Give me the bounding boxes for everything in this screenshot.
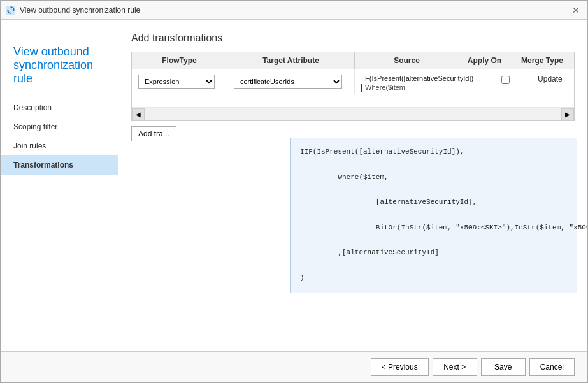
scroll-left-btn[interactable]: ◀	[132, 108, 145, 121]
th-flowtype: FlowType	[132, 52, 227, 69]
previous-button[interactable]: < Previous	[371, 358, 429, 376]
table-row: Expression Direct Constant certificateUs…	[132, 69, 574, 108]
main-window: View outbound synchronization rule ✕ Vie…	[0, 0, 588, 383]
source-line1: IIF(IsPresent([alternativeSecurityId])	[361, 75, 473, 82]
table-header: FlowType Target Attribute Source Apply O…	[132, 52, 574, 69]
td-target-attribute: certificateUserIds	[227, 69, 355, 94]
target-attribute-select[interactable]: certificateUserIds	[234, 75, 342, 89]
th-source: Source	[355, 52, 459, 69]
td-flowtype: Expression Direct Constant	[132, 69, 227, 94]
flow-type-select[interactable]: Expression Direct Constant	[138, 75, 215, 89]
source-line2: Where($item,	[361, 83, 473, 92]
sidebar: View outbound synchronization rule Descr…	[1, 20, 118, 351]
source-line2-text: Where($item,	[365, 83, 407, 91]
expression-popup: IIF(IsPresent([alternativeSecurityId]), …	[290, 138, 577, 293]
title-bar-left: View outbound synchronization rule	[6, 5, 140, 15]
title-bar: View outbound synchronization rule ✕	[1, 1, 587, 20]
th-apply-on: Apply On	[459, 52, 510, 69]
save-button[interactable]: Save	[481, 358, 526, 376]
main-content: Add transformations FlowType Target Attr…	[118, 20, 587, 351]
sidebar-item-transformations[interactable]: Transformations	[1, 155, 118, 175]
scroll-track[interactable]	[145, 108, 561, 121]
content-area: View outbound synchronization rule Descr…	[1, 20, 587, 351]
cursor	[361, 84, 362, 92]
td-apply-on	[480, 69, 531, 91]
td-source: IIF(IsPresent([alternativeSecurityId]) W…	[355, 69, 480, 98]
sync-icon	[6, 5, 16, 15]
title-bar-text: View outbound synchronization rule	[20, 6, 140, 15]
page-title-section: View outbound synchronization rule	[1, 33, 118, 98]
sidebar-item-join-rules[interactable]: Join rules	[1, 136, 118, 155]
cancel-button[interactable]: Cancel	[529, 358, 575, 376]
sidebar-item-scoping-filter[interactable]: Scoping filter	[1, 117, 118, 136]
page-title: View outbound synchronization rule	[13, 45, 105, 85]
transformations-table: FlowType Target Attribute Source Apply O…	[131, 52, 575, 121]
th-merge-type: Merge Type	[510, 52, 574, 69]
th-target-attribute: Target Attribute	[227, 52, 355, 69]
scroll-right-btn[interactable]: ▶	[561, 108, 574, 121]
horizontal-scrollbar: ◀ ▶	[132, 108, 574, 120]
td-merge-type: Update	[531, 69, 575, 89]
next-button[interactable]: Next >	[433, 358, 477, 376]
add-transformation-button[interactable]: Add tra...	[131, 126, 176, 141]
apply-on-checkbox[interactable]	[501, 76, 510, 84]
sidebar-item-description[interactable]: Description	[1, 98, 118, 117]
section-title: Add transformations	[131, 33, 575, 44]
close-button[interactable]: ✕	[570, 4, 582, 17]
footer: < Previous Next > Save Cancel	[1, 351, 587, 382]
